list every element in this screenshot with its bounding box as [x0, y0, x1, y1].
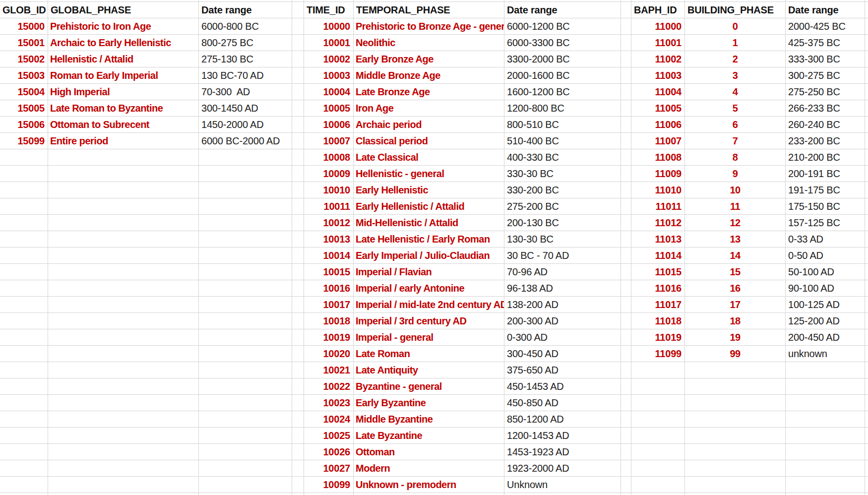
header-date-range[interactable]: Date range — [786, 2, 865, 18]
cell-id[interactable]: 11007 — [631, 133, 685, 149]
cell-id[interactable]: 11006 — [631, 117, 685, 133]
cell-date-range[interactable]: 6000-800 BC — [199, 18, 292, 35]
cell-id[interactable]: 10099 — [304, 477, 354, 493]
cell-id[interactable]: 15005 — [0, 100, 48, 117]
header-date-range[interactable]: Date range — [504, 2, 621, 18]
cell-date-range[interactable]: 6000-3300 BC — [504, 35, 621, 51]
header-glob_id[interactable]: GLOB_ID — [0, 2, 48, 18]
cell-date-range[interactable]: 6000 BC-2000 AD — [199, 133, 292, 149]
cell-date-range[interactable]: 0-33 AD — [786, 231, 865, 248]
cell-id[interactable]: 11019 — [631, 329, 685, 346]
cell-id[interactable]: 11005 — [631, 100, 685, 117]
header-date-range[interactable]: Date range — [199, 2, 292, 18]
cell-date-range[interactable]: 210-200 BC — [786, 149, 865, 166]
cell-phase[interactable]: Entire period — [48, 133, 199, 149]
header-global_phase[interactable]: GLOBAL_PHASE — [48, 2, 199, 18]
cell-id[interactable]: 10023 — [304, 395, 354, 411]
cell-date-range[interactable]: 425-375 BC — [786, 35, 865, 51]
cell-date-range[interactable]: 2000-1600 BC — [504, 67, 621, 84]
cell-phase[interactable]: Neolithic — [354, 35, 504, 51]
cell-id[interactable]: 11010 — [631, 182, 685, 198]
cell-phase[interactable]: Imperial / 3rd century AD — [354, 313, 504, 329]
cell-date-range[interactable]: 266-233 BC — [786, 100, 865, 117]
cell-id[interactable]: 11001 — [631, 35, 685, 51]
cell-date-range[interactable]: unknown — [786, 346, 865, 362]
cell-date-range[interactable]: 333-300 BC — [786, 51, 865, 67]
cell-date-range[interactable]: 6000-1200 BC — [504, 18, 621, 35]
cell-phase[interactable]: Prehistoric to Iron Age — [48, 18, 199, 35]
cell-date-range[interactable]: 138-200 AD — [504, 297, 621, 313]
cell-phase[interactable]: Middle Bronze Age — [354, 67, 504, 84]
cell-id[interactable]: 15003 — [0, 67, 48, 84]
cell-phase[interactable]: Late Antiquity — [354, 362, 504, 378]
cell-date-range[interactable]: 200-130 BC — [504, 215, 621, 231]
cell-id[interactable]: 10000 — [304, 18, 354, 35]
cell-id[interactable]: 11011 — [631, 198, 685, 215]
cell-phase[interactable]: Prehistoric to Bronze Age - general — [354, 18, 504, 35]
cell-phase[interactable]: Archaic period — [354, 117, 504, 133]
cell-id[interactable]: 11018 — [631, 313, 685, 329]
cell-id[interactable]: 10025 — [304, 428, 354, 444]
cell-phase[interactable]: High Imperial — [48, 84, 199, 100]
cell-phase[interactable]: Imperial / mid-late 2nd century AD — [354, 297, 504, 313]
cell-phase[interactable]: 3 — [685, 67, 786, 84]
cell-id[interactable]: 10004 — [304, 84, 354, 100]
cell-id[interactable]: 11012 — [631, 215, 685, 231]
cell-phase[interactable]: Late Classical — [354, 149, 504, 166]
cell-date-range[interactable]: 450-1453 AD — [504, 378, 621, 395]
cell-id[interactable]: 11015 — [631, 264, 685, 280]
cell-id[interactable]: 11003 — [631, 67, 685, 84]
cell-id[interactable]: 10001 — [304, 35, 354, 51]
cell-id[interactable]: 10016 — [304, 280, 354, 297]
cell-phase[interactable]: 14 — [685, 248, 786, 264]
cell-id[interactable]: 11009 — [631, 166, 685, 182]
cell-date-range[interactable]: 300-450 AD — [504, 346, 621, 362]
cell-phase[interactable]: Imperial - general — [354, 329, 504, 346]
cell-id[interactable]: 15006 — [0, 117, 48, 133]
cell-phase[interactable]: 13 — [685, 231, 786, 248]
cell-phase[interactable]: Late Hellenistic / Early Roman — [354, 231, 504, 248]
cell-id[interactable]: 10021 — [304, 362, 354, 378]
cell-phase[interactable]: Late Roman to Byzantine — [48, 100, 199, 117]
cell-date-range[interactable]: 1923-2000 AD — [504, 460, 621, 477]
cell-phase[interactable]: Ottoman — [354, 444, 504, 460]
cell-date-range[interactable]: 400-330 BC — [504, 149, 621, 166]
cell-id[interactable]: 10027 — [304, 460, 354, 477]
cell-id[interactable]: 10026 — [304, 444, 354, 460]
cell-id[interactable]: 10014 — [304, 248, 354, 264]
cell-phase[interactable]: Unknown - premodern — [354, 477, 504, 493]
cell-phase[interactable]: Early Bronze Age — [354, 51, 504, 67]
cell-id[interactable]: 15001 — [0, 35, 48, 51]
cell-id[interactable]: 11004 — [631, 84, 685, 100]
cell-phase[interactable]: Ottoman to Subrecent — [48, 117, 199, 133]
cell-date-range[interactable]: 1450-2000 AD — [199, 117, 292, 133]
cell-phase[interactable]: 10 — [685, 182, 786, 198]
cell-phase[interactable]: Iron Age — [354, 100, 504, 117]
cell-phase[interactable]: Late Byzantine — [354, 428, 504, 444]
cell-phase[interactable]: 18 — [685, 313, 786, 329]
cell-phase[interactable]: 4 — [685, 84, 786, 100]
cell-id[interactable]: 11016 — [631, 280, 685, 297]
cell-date-range[interactable]: 100-125 AD — [786, 297, 865, 313]
cell-date-range[interactable]: 1200-800 BC — [504, 100, 621, 117]
header-temporal_phase[interactable]: TEMPORAL_PHASE — [354, 2, 504, 18]
cell-phase[interactable]: Classical period — [354, 133, 504, 149]
cell-id[interactable]: 15004 — [0, 84, 48, 100]
cell-id[interactable]: 10003 — [304, 67, 354, 84]
cell-id[interactable]: 10018 — [304, 313, 354, 329]
cell-phase[interactable]: Hellenistic - general — [354, 166, 504, 182]
cell-id[interactable]: 10008 — [304, 149, 354, 166]
cell-phase[interactable]: Mid-Hellenistic / Attalid — [354, 215, 504, 231]
cell-phase[interactable]: Early Byzantine — [354, 395, 504, 411]
cell-date-range[interactable]: 200-450 AD — [786, 329, 865, 346]
cell-phase[interactable]: Roman to Early Imperial — [48, 67, 199, 84]
cell-id[interactable]: 11000 — [631, 18, 685, 35]
cell-date-range[interactable]: 0-300 AD — [504, 329, 621, 346]
cell-id[interactable]: 10020 — [304, 346, 354, 362]
cell-id[interactable]: 15099 — [0, 133, 48, 149]
cell-id[interactable]: 11017 — [631, 297, 685, 313]
cell-phase[interactable]: Imperial / Flavian — [354, 264, 504, 280]
cell-date-range[interactable]: 275-200 BC — [504, 198, 621, 215]
cell-id[interactable]: 10019 — [304, 329, 354, 346]
cell-date-range[interactable]: 0-50 AD — [786, 248, 865, 264]
